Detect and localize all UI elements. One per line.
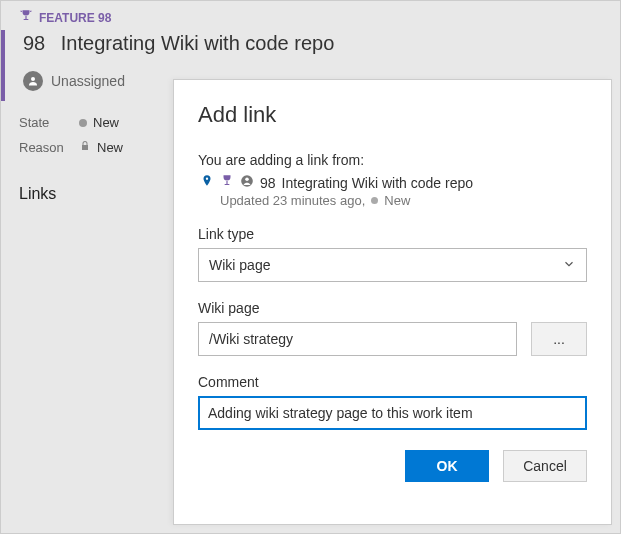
trophy-icon: [220, 174, 234, 191]
comment-input[interactable]: [198, 396, 587, 430]
add-link-dialog: Add link You are adding a link from: 98 …: [173, 79, 612, 525]
context-label: You are adding a link from:: [198, 152, 587, 168]
svg-point-2: [245, 178, 249, 182]
state-label: State: [19, 115, 69, 130]
context-state: New: [384, 193, 410, 208]
work-item-type-header: FEATURE 98: [1, 1, 620, 30]
work-item-title-row: 98 Integrating Wiki with code repo: [1, 30, 620, 65]
ok-button[interactable]: OK: [405, 450, 489, 482]
cancel-button[interactable]: Cancel: [503, 450, 587, 482]
person-icon: [23, 71, 43, 91]
reason-label: Reason: [19, 140, 69, 155]
link-type-value: Wiki page: [209, 257, 270, 273]
comment-label: Comment: [198, 374, 587, 390]
link-type-select[interactable]: Wiki page: [198, 248, 587, 282]
context-work-item: 98 Integrating Wiki with code repo: [198, 174, 587, 191]
pin-icon: [200, 174, 214, 191]
state-dot-icon: [79, 119, 87, 127]
context-updated: Updated 23 minutes ago,: [220, 193, 365, 208]
browse-button[interactable]: ...: [531, 322, 587, 356]
context-item-title: Integrating Wiki with code repo: [282, 175, 473, 191]
svg-point-0: [31, 77, 35, 81]
dialog-title: Add link: [198, 102, 587, 128]
wiki-page-input[interactable]: [198, 322, 517, 356]
context-meta: Updated 23 minutes ago, New: [198, 193, 587, 208]
work-item-title[interactable]: Integrating Wiki with code repo: [61, 32, 334, 54]
person-circle-icon: [240, 174, 254, 191]
wiki-page-label: Wiki page: [198, 300, 587, 316]
work-item-id: 98: [23, 32, 45, 54]
link-type-label: Link type: [198, 226, 587, 242]
dialog-buttons: OK Cancel: [198, 450, 587, 482]
trophy-icon: [19, 9, 33, 26]
state-dot-icon: [371, 197, 378, 204]
lock-icon: [79, 140, 91, 155]
context-item-id: 98: [260, 175, 276, 191]
reason-value: New: [97, 140, 123, 155]
state-value: New: [93, 115, 119, 130]
assignee-value: Unassigned: [51, 73, 125, 89]
work-item-type-label: FEATURE 98: [39, 11, 111, 25]
chevron-down-icon: [562, 257, 576, 274]
